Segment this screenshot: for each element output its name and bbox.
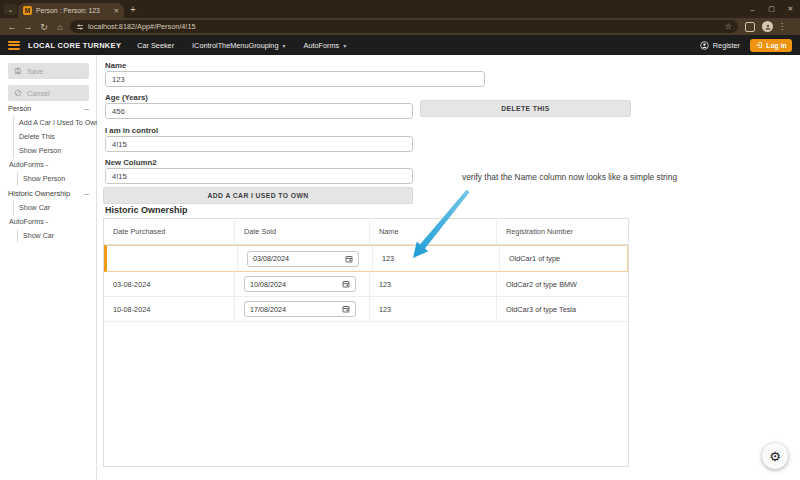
login-button[interactable]: Log in [750, 39, 792, 52]
nav-item-label: IControlTheMenuGrouping [192, 41, 278, 50]
sidebar-item-show-person[interactable]: Show Person [17, 172, 97, 186]
cell-date-purchased: 10-08-2024 [104, 297, 235, 321]
sidebar-item-add-a-car-i-used-to-own[interactable]: Add A Car I Used To Own... [13, 116, 97, 130]
table-row[interactable]: 10-08-202417/08/2024 123OldCar3 of type … [104, 297, 628, 322]
nav-item-autoforms[interactable]: AutoForms▾ [304, 41, 347, 50]
home-icon[interactable]: ⌂ [52, 22, 68, 32]
cancel-button[interactable]: Cancel [8, 85, 89, 101]
calendar-icon[interactable] [345, 255, 353, 263]
sidebar-group-historic-ownership[interactable]: Historic Ownership– [0, 186, 97, 201]
sidebar-group-label: Person [8, 104, 31, 113]
cell-name: 123 [370, 272, 497, 296]
date-sold-input[interactable]: 03/08/2024 [247, 251, 359, 267]
cancel-icon [14, 89, 22, 97]
column2-field-label: New Column2 [105, 158, 157, 167]
table-row[interactable]: 03-08-202410/08/2024 123OldCar2 of type … [104, 272, 628, 297]
tab-title: Person : Person: 123 [36, 7, 111, 14]
url-text[interactable]: localhost:8182/App#/Person/4!15 [88, 22, 725, 31]
cell-date-purchased [107, 246, 238, 271]
browser-window: ⌄ M Person : Person: 123 ✕ + – ▢ ✕ ← → ↻… [0, 0, 800, 480]
column-header-date-sold: Date Sold [235, 219, 370, 244]
calendar-icon[interactable] [342, 280, 350, 288]
nav-item-label: Car Seeker [137, 41, 174, 50]
site-info-icon[interactable] [76, 23, 84, 31]
add-car-button[interactable]: ADD A CAR I USED TO OWN [103, 187, 413, 204]
control-input[interactable]: 4!15 [105, 136, 413, 152]
window-controls: – ▢ ✕ [743, 0, 800, 18]
historic-ownership-title: Historic Ownership [105, 205, 188, 215]
profile-avatar[interactable] [762, 21, 773, 32]
cell-registration-number: OldCar1 of type [500, 246, 628, 271]
collapse-icon: – [85, 104, 89, 113]
appbar-nav: Car SeekerIControlTheMenuGrouping▾AutoFo… [137, 41, 346, 50]
window-minimize-button[interactable]: – [743, 6, 762, 13]
window-maximize-button[interactable]: ▢ [762, 5, 781, 13]
table-row[interactable]: 03/08/2024 123OldCar1 of type [104, 245, 628, 272]
register-button[interactable]: Register [700, 41, 740, 50]
sidebar-subgroup-autoforms[interactable]: AutoForms - [0, 215, 97, 229]
cell-date-purchased: 03-08-2024 [104, 272, 235, 296]
browser-tab[interactable]: M Person : Person: 123 ✕ [18, 3, 124, 18]
age-input[interactable]: 456 [105, 103, 413, 119]
date-value: 10/08/2024 [250, 280, 286, 289]
register-label: Register [713, 41, 740, 50]
sidebar-item-show-car[interactable]: Show Car [17, 229, 97, 243]
bookmark-star-icon[interactable]: ☆ [725, 22, 732, 31]
browser-tab-strip: ⌄ M Person : Person: 123 ✕ + – ▢ ✕ [0, 0, 800, 18]
date-value: 17/08/2024 [250, 305, 286, 314]
cell-date-sold: 17/08/2024 [235, 297, 370, 321]
column-header-registration-number: Registration Number [497, 219, 628, 244]
chevron-down-icon: ▾ [343, 42, 346, 49]
sidebar-subgroup-autoforms[interactable]: AutoForms - [0, 158, 97, 172]
nav-item-car-seeker[interactable]: Car Seeker [137, 41, 174, 50]
new-tab-button[interactable]: + [130, 3, 136, 17]
sidebar-item-delete-this[interactable]: Delete This [13, 130, 97, 144]
sidebar-group-person[interactable]: Person– [0, 101, 97, 116]
app-brand: LOCAL CORE TURNKEY [28, 41, 121, 50]
site-favicon: M [23, 6, 32, 15]
cell-date-sold: 10/08/2024 [235, 272, 370, 296]
login-arrow-icon [755, 41, 763, 49]
back-icon[interactable]: ← [4, 22, 20, 32]
annotation-arrow [405, 186, 480, 264]
table-header-row: Date PurchasedDate SoldNameRegistration … [104, 219, 628, 245]
annotation-text: verify that the Name column now looks li… [462, 172, 677, 182]
reload-icon[interactable]: ↻ [36, 22, 52, 32]
historic-ownership-table: Date PurchasedDate SoldNameRegistration … [103, 218, 629, 467]
age-field-label: Age (Years) [105, 93, 148, 102]
nav-item-icontrolthemenugrouping[interactable]: IControlTheMenuGrouping▾ [192, 41, 285, 50]
sidebar-menu: Person–Add A Car I Used To Own...Delete … [0, 101, 97, 243]
delete-this-button[interactable]: DELETE THIS [420, 100, 631, 117]
extensions-icon[interactable] [745, 22, 755, 32]
forward-icon[interactable]: → [20, 22, 36, 32]
collapse-icon: – [85, 189, 89, 198]
appbar-right: Register Log in [700, 39, 792, 52]
save-button[interactable]: Save [8, 63, 89, 79]
control-field-label: I am in control [105, 126, 158, 135]
save-label: Save [27, 67, 44, 76]
tab-close-icon[interactable]: ✕ [114, 7, 119, 15]
cancel-label: Cancel [27, 89, 50, 98]
cell-registration-number: OldCar2 of type BMW [497, 272, 628, 296]
sidebar-item-show-person[interactable]: Show Person [13, 144, 97, 158]
sidebar-group-label: Historic Ownership [8, 189, 70, 198]
date-sold-input[interactable]: 17/08/2024 [244, 301, 356, 317]
column2-input[interactable]: 4!15 [105, 168, 413, 184]
sidebar-item-show-car[interactable]: Show Car [13, 201, 97, 215]
settings-fab[interactable]: ⚙ [762, 443, 788, 469]
name-field-label: Name [105, 61, 126, 70]
url-bar[interactable]: localhost:8182/App#/Person/4!15 ☆ [70, 20, 738, 33]
tab-search-chevron-icon[interactable]: ⌄ [4, 4, 17, 15]
table-body: 03/08/2024 123OldCar1 of type03-08-20241… [104, 245, 628, 322]
name-input[interactable]: 123 [105, 71, 485, 87]
person-circle-icon [700, 41, 709, 50]
cell-name: 123 [370, 297, 497, 321]
calendar-icon[interactable] [342, 305, 350, 313]
date-sold-input[interactable]: 10/08/2024 [244, 276, 356, 292]
chevron-down-icon: ▾ [283, 42, 286, 49]
window-close-button[interactable]: ✕ [781, 5, 800, 13]
date-value: 03/08/2024 [253, 254, 289, 263]
cell-registration-number: OldCar3 of type Tesla [497, 297, 628, 321]
hamburger-menu-icon[interactable] [8, 39, 20, 51]
browser-menu-icon[interactable]: ⋮ [778, 22, 786, 31]
